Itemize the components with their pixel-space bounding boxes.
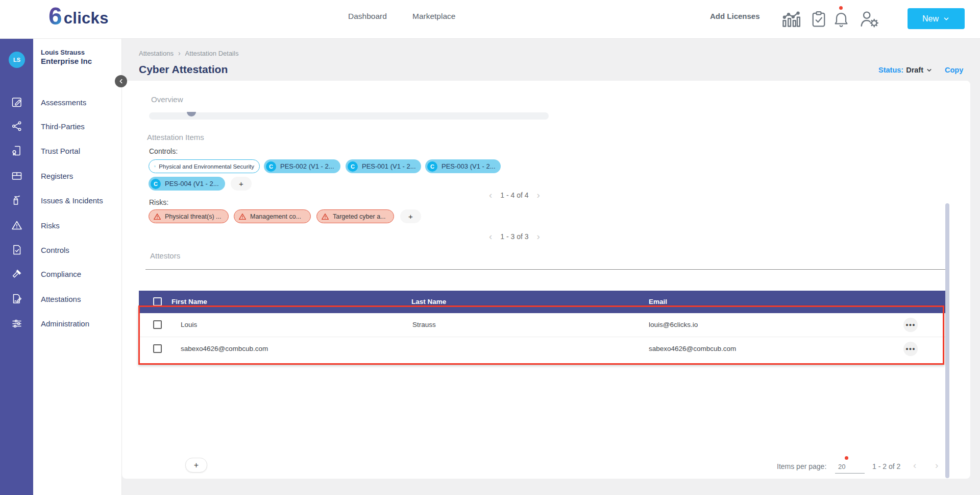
table-row[interactable]: sabexo4626@combcub.com sabexo4626@combcu… <box>139 337 949 361</box>
next-page-icon[interactable]: › <box>537 190 540 200</box>
logo-6-glyph: 6 <box>48 5 62 28</box>
add-licenses-link[interactable]: Add Licenses <box>710 12 760 20</box>
select-all-checkbox[interactable] <box>153 297 162 306</box>
row-checkbox[interactable] <box>153 320 162 329</box>
analytics-icon[interactable] <box>780 8 801 30</box>
chevron-down-icon <box>943 15 950 22</box>
nav-dashboard[interactable]: Dashboard <box>348 12 387 21</box>
warning-triangle-icon <box>153 213 161 221</box>
control-chip-pes-001[interactable]: C PES-001 (V1 - 2... <box>346 159 421 173</box>
sidebar-item-attestations[interactable]: Attestations <box>41 295 81 303</box>
column-email[interactable]: Email <box>649 298 667 305</box>
sidebar-item-trust-portal[interactable]: Trust Portal <box>41 147 80 155</box>
status-and-copy: Status: Draft Copy <box>878 66 963 74</box>
sidebar-item-assessments[interactable]: Assessments <box>41 98 86 107</box>
sidebar-collapse-button[interactable] <box>115 75 127 87</box>
breadcrumb-attestation-details: Attestation Details <box>185 50 239 57</box>
risk-chip-label: Targeted cyber a... <box>333 213 386 220</box>
control-chip-label: PES-003 (V1 - 2... <box>442 162 496 170</box>
control-chip-pes-003[interactable]: C PES-003 (V1 - 2... <box>425 159 501 173</box>
tasks-clipboard-icon[interactable] <box>810 9 828 29</box>
items-per-page-label: Items per page: <box>777 462 826 470</box>
row-actions-button[interactable]: ●●● <box>903 318 918 332</box>
add-attestor-button[interactable]: + <box>185 458 207 473</box>
avatar[interactable]: LS <box>9 52 25 68</box>
sidebar-item-third-parties[interactable]: Third-Parties <box>41 122 85 131</box>
risk-chip-targeted-cyber[interactable]: Targeted cyber a... <box>316 209 394 223</box>
account-settings-icon[interactable] <box>859 8 880 30</box>
edit-icon[interactable] <box>11 96 23 108</box>
risks-label: Risks: <box>149 198 168 206</box>
sliders-icon[interactable] <box>11 317 23 329</box>
sidebar-item-issues-incidents[interactable]: Issues & Incidents <box>41 196 103 205</box>
doc-check-icon[interactable] <box>11 244 23 256</box>
risk-chip-physical-threats[interactable]: Physical threat(s) ... <box>149 209 229 223</box>
controls-label: Controls: <box>149 147 178 155</box>
user-name: Louis Strauss <box>41 49 85 56</box>
doc-signature-icon[interactable] <box>11 293 23 305</box>
items-per-page-underline <box>835 473 865 474</box>
new-button-label: New <box>922 14 939 23</box>
sidebar-item-administration[interactable]: Administration <box>41 319 89 328</box>
warning-triangle-icon <box>238 213 247 221</box>
next-page-icon[interactable]: › <box>537 231 540 241</box>
user-org: Enterprise Inc <box>41 57 92 65</box>
sidebar-panel <box>33 38 122 495</box>
control-chip-label: PES-002 (V1 - 2... <box>280 162 334 170</box>
control-chip-framework[interactable]: Physical and Environmental Security <box>149 159 260 173</box>
add-control-button[interactable]: + <box>231 177 252 191</box>
copy-button[interactable]: Copy <box>945 66 963 74</box>
items-per-page-select[interactable]: 20 <box>838 463 845 470</box>
control-badge: C <box>266 161 276 172</box>
gavel-icon[interactable] <box>11 268 23 280</box>
sidebar-item-risks[interactable]: Risks <box>41 221 60 230</box>
sidebar-item-compliance[interactable]: Compliance <box>41 270 81 278</box>
warning-triangle-icon[interactable] <box>11 219 23 231</box>
vertical-scrollbar-thumb[interactable] <box>945 203 949 478</box>
warning-triangle-icon <box>321 213 329 221</box>
row-checkbox[interactable] <box>153 344 162 353</box>
risk-chip-label: Physical threat(s) ... <box>165 213 221 220</box>
column-last-name[interactable]: Last Name <box>411 298 446 305</box>
control-chip-pes-002[interactable]: C PES-002 (V1 - 2... <box>264 159 340 173</box>
row-actions-button[interactable]: ●●● <box>903 342 918 356</box>
column-first-name[interactable]: First Name <box>172 298 207 305</box>
breadcrumb: Attestations › Attestation Details <box>139 49 238 57</box>
controls-pagination-range: 1 - 4 of 4 <box>500 191 528 199</box>
table-next-page-icon[interactable]: › <box>935 460 938 470</box>
risks-pagination: ‹ 1 - 3 of 3 › <box>489 231 540 241</box>
risk-chip-management[interactable]: Management co... <box>234 209 311 223</box>
attestors-heading: Attestors <box>150 251 180 260</box>
notifications-bell-icon[interactable] <box>832 6 850 29</box>
cell-email: sabexo4626@combcub.com <box>649 345 736 352</box>
new-button[interactable]: New <box>908 8 965 29</box>
risks-pagination-range: 1 - 3 of 3 <box>500 232 528 241</box>
cell-last-name: Strauss <box>412 321 436 328</box>
table-prev-page-icon[interactable]: ‹ <box>913 460 916 470</box>
attestation-items-heading: Attestation Items <box>147 133 204 142</box>
control-chip-label: PES-004 (V1 - 2... <box>165 180 219 187</box>
certificate-doc-icon[interactable] <box>11 145 23 157</box>
fire-extinguisher-icon[interactable] <box>11 194 23 206</box>
table-pagination-range: 1 - 2 of 2 <box>872 462 900 470</box>
content-card <box>122 81 970 479</box>
status-label: Status: <box>878 66 903 74</box>
controls-pagination: ‹ 1 - 4 of 4 › <box>489 190 540 200</box>
cell-email: louis@6clicks.io <box>649 321 698 328</box>
archive-box-icon[interactable] <box>11 170 23 182</box>
control-chip-pes-004[interactable]: C PES-004 (V1 - 2... <box>149 177 225 191</box>
overview-heading: Overview <box>151 95 183 104</box>
nav-marketplace[interactable]: Marketplace <box>412 12 455 21</box>
breadcrumb-attestations[interactable]: Attestations <box>139 50 174 57</box>
prev-page-icon[interactable]: ‹ <box>489 231 492 241</box>
app-window: 6 clicks Dashboard Marketplace Add Licen… <box>0 0 980 495</box>
network-icon[interactable] <box>11 120 23 132</box>
prev-page-icon[interactable]: ‹ <box>489 190 492 200</box>
status-value-dropdown[interactable]: Draft <box>906 66 923 74</box>
6clicks-logo[interactable]: 6 clicks <box>48 5 109 28</box>
add-risk-button[interactable]: + <box>400 209 421 223</box>
table-row[interactable]: Louis Strauss louis@6clicks.io ●●● <box>139 313 949 337</box>
sidebar-item-registers[interactable]: Registers <box>41 172 73 180</box>
sidebar-item-controls[interactable]: Controls <box>41 246 69 254</box>
chevron-left-icon <box>118 79 124 84</box>
